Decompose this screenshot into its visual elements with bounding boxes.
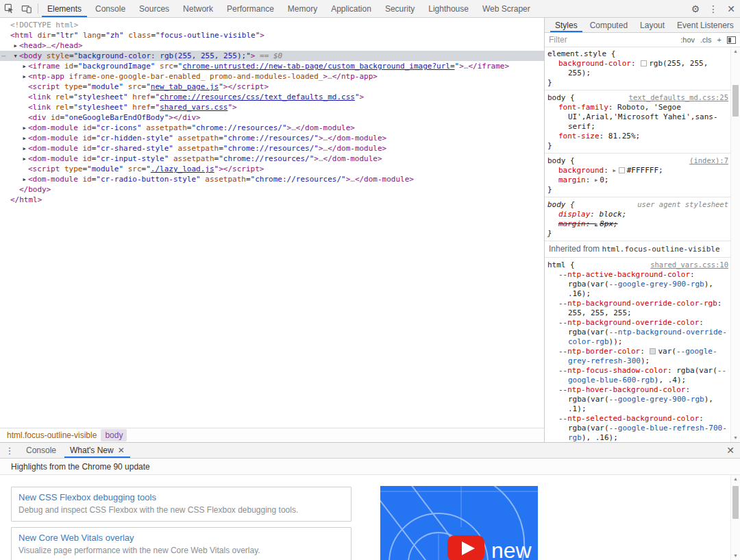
color-swatch[interactable] (619, 167, 625, 173)
dom-tree-line[interactable]: <!DOCTYPE html> (0, 20, 544, 30)
sidebar-tab-layout[interactable]: Layout (634, 18, 671, 32)
card-title-link[interactable]: New CSS Flexbox debugging tools (18, 492, 344, 502)
rule-source-link[interactable]: (index):7 (689, 156, 728, 165)
tab-sources[interactable]: Sources (132, 0, 176, 17)
dom-tree-line[interactable]: <div id="oneGoogleBarEndOfBody"></div> (0, 112, 544, 123)
expand-arrow-icon[interactable]: ▶ (21, 134, 28, 143)
dom-tree-line[interactable]: <script type="module" src="new_tab_page.… (0, 82, 544, 92)
expand-arrow-icon[interactable]: ▶ (21, 144, 28, 154)
card-title-link[interactable]: New Core Web Vitals overlay (18, 533, 344, 543)
rule-selector[interactable]: element.style { (547, 49, 615, 59)
dom-tree-line[interactable]: ▶<head>…</head> (0, 40, 544, 51)
scrollbar-thumb[interactable] (732, 486, 739, 519)
styles-toolbar-[interactable]: + (717, 36, 722, 44)
expand-arrow-icon[interactable]: ▶ (21, 123, 28, 133)
rule-selector[interactable]: html { (547, 260, 575, 270)
expand-arrow-icon[interactable]: ▶ (21, 62, 28, 71)
whats-new-video-thumbnail[interactable]: new (380, 486, 538, 560)
sidebar-tab-event-listeners[interactable]: Event Listeners (671, 18, 740, 32)
more-actions-icon[interactable]: ⋯ (1, 51, 5, 61)
drawer-tab-what-s-new[interactable]: What's New✕ (63, 443, 132, 458)
tab-application[interactable]: Application (324, 0, 378, 17)
css-declaration[interactable]: --ntp-selected-background-color: rgba(va… (547, 414, 728, 442)
whats-new-card[interactable]: New Core Web Vitals overlayVisualize pag… (11, 527, 352, 560)
css-declaration[interactable]: display: block; (547, 210, 728, 219)
expand-value-icon[interactable]: ▶ (613, 168, 615, 173)
styles-scrollbar[interactable]: ▲ ▼ (730, 47, 740, 442)
rule-selector[interactable]: body { (547, 93, 575, 103)
inherited-node-link[interactable]: html.focus-outline-visible (602, 245, 719, 254)
css-declaration[interactable]: --ntp-background-override-color-rgb: 255… (547, 299, 728, 318)
tab-web-scraper[interactable]: Web Scraper (476, 0, 537, 17)
dom-tree-line[interactable]: ▶<dom-module id="cr-hidden-style" assetp… (0, 133, 544, 143)
tab-memory[interactable]: Memory (281, 0, 324, 17)
tab-lighthouse[interactable]: Lighthouse (421, 0, 476, 17)
css-declaration[interactable]: --ntp-focus-shadow-color: rgba(var(--goo… (547, 366, 728, 385)
rule-selector[interactable]: body { (547, 156, 575, 166)
sidebar-tab-computed[interactable]: Computed (584, 18, 634, 32)
close-drawer-icon[interactable]: ✕ (721, 443, 740, 458)
sidebar-tab-styles[interactable]: Styles (549, 18, 584, 32)
expand-arrow-icon[interactable]: ▶ (21, 175, 28, 184)
scroll-up-icon[interactable]: ▲ (731, 475, 740, 483)
styles-toolbar-hov[interactable]: :hov (680, 36, 695, 44)
dom-tree-line[interactable]: </body> (0, 184, 544, 195)
css-declaration[interactable]: background-color: rgb(255, 255, 255); (547, 59, 728, 78)
color-swatch[interactable] (650, 348, 656, 354)
expand-value-icon[interactable]: ▶ (595, 178, 597, 183)
color-swatch[interactable] (641, 60, 647, 66)
css-declaration[interactable]: margin: ▶8px; (547, 219, 728, 229)
expand-arrow-icon[interactable]: ▶ (12, 41, 19, 51)
dom-tree-line[interactable]: </html> (0, 195, 544, 205)
css-declaration[interactable]: background: ▶#FFFFFF; (547, 166, 728, 175)
close-devtools-icon[interactable]: ✕ (722, 0, 740, 17)
tab-console[interactable]: Console (88, 0, 132, 17)
dom-tree-line[interactable]: <link rel="stylesheet" href="chrome://re… (0, 92, 544, 102)
rule-selector[interactable]: body { (547, 200, 575, 210)
expand-value-icon[interactable]: ▶ (595, 221, 597, 227)
css-declaration[interactable]: font-family: Roboto, 'Segoe UI',Arial,'M… (547, 103, 728, 132)
dom-tree-line[interactable]: ▶<dom-module id="cr-icons" assetpath="ch… (0, 123, 544, 133)
styles-toolbar-cls[interactable]: .cls (700, 36, 712, 44)
dom-tree-line[interactable]: <link rel="stylesheet" href="shared_vars… (0, 102, 544, 112)
css-declaration[interactable]: --ntp-hover-background-color: rgba(var(-… (547, 385, 728, 414)
dom-tree-line[interactable]: ▶<dom-module id="cr-radio-button-style" … (0, 174, 544, 184)
inspect-element-icon[interactable] (0, 0, 18, 17)
tab-elements[interactable]: Elements (40, 0, 88, 17)
dom-tree-line[interactable]: <script type="module" src="./lazy_load.j… (0, 164, 544, 174)
css-declaration[interactable]: --ntp-border-color: var(--google-grey-re… (547, 347, 728, 366)
dom-tree-line[interactable]: <html dir="ltr" lang="zh" class="focus-o… (0, 30, 544, 40)
css-declaration[interactable]: --ntp-background-override-color: rgba(va… (547, 318, 728, 347)
collapse-arrow-icon[interactable]: ▼ (12, 51, 19, 61)
dom-tree-line[interactable]: ⋯▼<body style="background-color: rgb(255… (0, 51, 544, 61)
toggle-element-state-icon[interactable] (727, 36, 736, 44)
whats-new-card[interactable]: New CSS Flexbox debugging toolsDebug and… (11, 487, 352, 522)
drawer-scrollbar[interactable]: ▲ ▼ (730, 475, 740, 560)
close-tab-icon[interactable]: ✕ (118, 446, 125, 455)
settings-gear-icon[interactable]: ⚙ (687, 0, 704, 17)
device-toolbar-icon[interactable] (18, 0, 36, 17)
drawer-tab-console[interactable]: Console (19, 443, 63, 458)
rule-source-link[interactable]: text_defaults_md.css:25 (629, 93, 728, 102)
styles-filter-input[interactable] (549, 35, 676, 45)
dom-tree-line[interactable]: ▶<ntp-app iframe-one-google-bar-enabled_… (0, 71, 544, 82)
scrollbar-thumb[interactable] (732, 85, 739, 117)
tab-network[interactable]: Network (176, 0, 220, 17)
scroll-down-icon[interactable]: ▼ (731, 552, 740, 560)
css-declaration[interactable]: font-size: 81.25%; (547, 132, 728, 141)
css-declaration[interactable]: margin: ▶0; (547, 175, 728, 185)
tab-performance[interactable]: Performance (220, 0, 281, 17)
dom-tree-line[interactable]: ▶<dom-module id="cr-shared-style" assetp… (0, 143, 544, 154)
css-declaration[interactable]: --ntp-active-background-color: rgba(var(… (547, 270, 728, 299)
tab-security[interactable]: Security (378, 0, 421, 17)
rule-source-link[interactable]: shared_vars.css:10 (650, 260, 728, 269)
crumb-html-focus-outline-visible[interactable]: html.focus-outline-visible (3, 429, 101, 441)
crumb-body[interactable]: body (101, 429, 127, 441)
expand-arrow-icon[interactable]: ▶ (21, 72, 28, 82)
dom-tree-line[interactable]: ▶<iframe id="backgroundImage" src="chrom… (0, 61, 544, 71)
scroll-down-icon[interactable]: ▼ (731, 434, 740, 442)
more-options-kebab-icon[interactable]: ⋮ (704, 0, 722, 17)
dom-tree-line[interactable]: ▶<dom-module id="cr-input-style" assetpa… (0, 154, 544, 164)
drawer-kebab-icon[interactable]: ⋮ (0, 443, 19, 458)
expand-arrow-icon[interactable]: ▶ (21, 154, 28, 164)
